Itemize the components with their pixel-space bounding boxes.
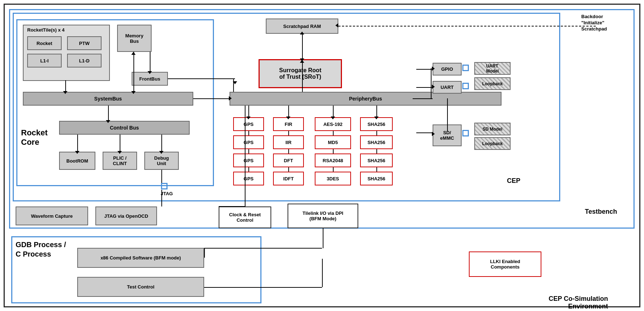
x86-tilelink-h-line <box>204 248 322 249</box>
cep-label: CEP <box>507 177 520 185</box>
periphery-gps-arrow <box>246 116 251 119</box>
gps1-2-line <box>248 131 249 135</box>
sd-v-line <box>447 98 448 131</box>
frontbus-to-periphery-v <box>233 79 234 92</box>
clock-reset-line <box>245 106 245 206</box>
uart-loopback-box: Loopback <box>474 77 511 90</box>
controlbus-debug-arrow <box>159 151 164 154</box>
rockettile-to-systembus-line <box>65 80 66 92</box>
sha-4-line <box>376 167 377 172</box>
rocket-box: Rocket <box>27 36 62 50</box>
tilelink-v-line2 <box>322 259 323 287</box>
gpio-h-line <box>416 69 433 70</box>
iir-dft-line <box>288 149 289 154</box>
frontbus-v-arrow <box>148 71 152 74</box>
gps3-box: GPS <box>233 154 264 167</box>
scratchpad-v-line <box>302 34 303 59</box>
periphery-sha-arrow <box>374 116 379 119</box>
periphery-srot-line <box>302 62 303 92</box>
systembus-to-periphery-arrow <box>229 96 232 101</box>
sha-2-line <box>376 131 377 135</box>
frontbus-v-line <box>150 52 150 72</box>
backdoor-label: Backdoor"Initialize"Scratchpad <box>581 14 607 32</box>
jtag-to-openocd-line <box>161 190 162 206</box>
controlbus-plic-arrow <box>117 151 122 154</box>
outer-container: Testbench CEP RocketCore RocketTile(s) x… <box>4 4 640 307</box>
rockettile-to-systembus-arrow <box>63 91 67 94</box>
md5-rsa-line <box>333 149 334 154</box>
uart-model-box: UARTModel <box>474 62 511 75</box>
systembus-box: SystemBus <box>23 92 193 106</box>
sd-loopback-box: Loopback <box>474 137 511 150</box>
plic-clint-box: PLIC /CLINT <box>103 152 137 170</box>
jtag-debug-line <box>161 170 162 183</box>
sd-h-line <box>416 132 433 133</box>
periphery-fir-arrow <box>286 116 290 119</box>
uart-connector <box>462 83 469 89</box>
sd-model-box: SD Model <box>474 123 511 135</box>
cep-cosim-label: CEP Co-SimulationEnvironment <box>549 295 608 310</box>
x86-software-box: x86 Compiled Software (BFM mode) <box>77 248 204 268</box>
controlbus-debug-line <box>161 135 162 152</box>
testbench-label: Testbench <box>585 208 617 216</box>
iir-box: IIR <box>273 135 304 149</box>
srot-box: Surrogate Rootof Trust (SRoT) <box>259 59 342 88</box>
memorybus-line <box>133 52 134 92</box>
gps2-3-line <box>248 149 249 154</box>
debug-unit-box: DebugUnit <box>144 152 179 170</box>
memorybus-arrow <box>131 91 136 94</box>
backdoor-arrowhead <box>335 23 338 28</box>
peripherybus-box: PeripheryBus <box>230 92 501 106</box>
gpio-box: GPIO <box>433 63 462 75</box>
ptw-box: PTW <box>67 36 102 50</box>
llki-enabled-box: LLKI EnabledComponents <box>469 251 541 277</box>
sha256-4-box: SHA256 <box>360 172 393 185</box>
systembus-to-controlbus-line <box>108 106 109 121</box>
uart-arrow <box>432 85 435 89</box>
jtag-connector <box>161 183 168 189</box>
l1i-box: L1-I <box>27 54 62 67</box>
frontbus-h-line <box>168 78 235 79</box>
sha-3-line <box>376 149 377 154</box>
dft-idft-line <box>288 167 289 172</box>
gdb-label: GDB Process /C Process <box>16 240 66 259</box>
periphery-aes-arrow <box>331 116 335 119</box>
sha256-3-box: SHA256 <box>360 154 393 167</box>
tilelink-io-box: Tilelink I/O via DPI(BFM Mode) <box>288 204 358 228</box>
testcontrol-tilelink-h-line <box>204 287 322 288</box>
sha256-2-box: SHA256 <box>360 135 393 149</box>
waveform-capture-box: Waveform Capture <box>16 206 88 225</box>
periphery-gpio-h-line <box>413 98 433 99</box>
memorybus-up-arrow <box>131 52 136 55</box>
backdoor-dashed-line <box>338 26 596 26</box>
bootrom-box: BootROM <box>59 152 95 170</box>
controlbus-bootrom-line <box>77 135 78 152</box>
periphery-aes-line <box>333 106 334 117</box>
periphery-gps-line <box>248 106 249 117</box>
fir-iir-line <box>288 131 289 135</box>
periphery-fir-line <box>288 106 289 117</box>
jtag-label: JTAG <box>161 191 173 196</box>
gpio-uart-v-line <box>431 68 432 98</box>
aes-md5-line <box>333 131 334 135</box>
uart-box: UART <box>433 81 462 94</box>
l1d-box: L1-D <box>67 54 102 67</box>
gps3-4-line <box>248 167 249 172</box>
controlbus-plic-line <box>120 135 120 152</box>
des3-box: 3DES <box>315 172 351 185</box>
rsa-des-line <box>333 167 334 172</box>
gps2-box: GPS <box>233 135 264 149</box>
md5-box: MD5 <box>315 135 351 149</box>
controlbus-bootrom-arrow <box>75 151 79 154</box>
x86-left-v <box>204 248 205 258</box>
gpio-connector <box>462 65 469 71</box>
rocket-core-label: RocketCore <box>21 128 48 147</box>
rockettile-box: RocketTile(s) x 4 Rocket PTW L1-I L1-D <box>23 25 110 81</box>
test-control-box: Test Control <box>77 277 204 297</box>
dft-box: DFT <box>273 154 304 167</box>
clock-reset-h-line <box>219 206 245 207</box>
memory-bus-box: MemoryBus <box>117 25 152 52</box>
clock-reset-box: Clock & ResetControl <box>219 206 271 228</box>
uart-h-line <box>416 87 433 88</box>
systembus-to-periphery-line <box>193 98 230 99</box>
